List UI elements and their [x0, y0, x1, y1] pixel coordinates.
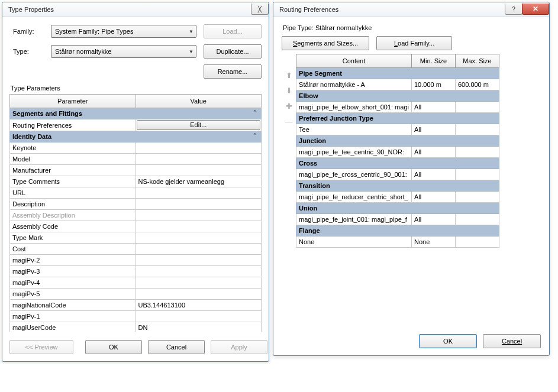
param-cell[interactable]: Description [10, 199, 136, 210]
param-cell[interactable]: magiNationalCode [10, 300, 136, 311]
group-header[interactable]: Pipe Segment [296, 68, 499, 79]
segments-sizes-button[interactable]: Segments and Sizes... [282, 36, 369, 50]
close-icon[interactable]: ✕ [522, 4, 549, 15]
min-size-cell[interactable]: All [411, 169, 455, 180]
param-cell[interactable]: magiPv-3 [10, 266, 136, 277]
table-row[interactable]: magiPv-2 [10, 255, 262, 266]
content-cell[interactable]: magi_pipe_fe_reducer_centric_short_ [296, 192, 412, 203]
param-cell[interactable]: magiPv-4 [10, 277, 136, 289]
rp-titlebar[interactable]: Routing Preferences ? ✕ [273, 2, 549, 17]
table-row[interactable]: magiPv-1 [10, 311, 262, 322]
value-cell[interactable] [136, 232, 262, 244]
cancel-button[interactable]: Cancel [148, 340, 205, 354]
table-row[interactable]: Cost [10, 244, 262, 255]
type-combo[interactable]: Stålrør normaltykke ▼ [51, 45, 196, 58]
help-icon[interactable]: ? [505, 4, 522, 15]
col-content[interactable]: Content [296, 54, 412, 68]
group-header[interactable]: Union [296, 203, 499, 214]
content-cell[interactable]: magi_pipe_fe_tee_centric_90_NOR: [296, 147, 412, 158]
min-size-cell[interactable]: None [411, 237, 455, 248]
table-row[interactable]: magi_pipe_fe_joint_001: magi_pipe_fAll [296, 214, 499, 225]
param-cell[interactable]: Model [10, 154, 136, 165]
value-cell[interactable] [136, 142, 262, 154]
table-row[interactable]: NoneNone [296, 237, 499, 248]
type-parameters-grid[interactable]: Parameter Value Segments and Fittings⌃Ro… [9, 94, 262, 332]
table-row[interactable]: URL [10, 187, 262, 199]
min-size-cell[interactable]: All [411, 102, 455, 113]
table-row[interactable]: magiPv-5 [10, 289, 262, 300]
value-cell[interactable] [136, 187, 262, 199]
value-cell[interactable] [136, 165, 262, 176]
table-row[interactable]: Keynote [10, 142, 262, 154]
table-row[interactable]: Stålrør normaltykke - A10.000 m600.000 m [296, 79, 499, 90]
min-size-cell[interactable]: All [411, 214, 455, 225]
add-icon[interactable]: ✚ [284, 101, 293, 111]
group-header[interactable]: Cross [296, 158, 499, 169]
value-cell[interactable]: UB3.144613100 [136, 300, 262, 311]
table-row[interactable]: magiPv-4 [10, 277, 262, 289]
param-cell[interactable]: Routing Preferences [10, 119, 136, 131]
value-cell[interactable] [136, 289, 262, 300]
routing-preferences-grid[interactable]: Content Min. Size Max. Size Pipe Segment… [296, 54, 499, 248]
preview-button[interactable]: << Preview [9, 340, 73, 354]
table-row[interactable]: magiNationalCodeUB3.144613100 [10, 300, 262, 311]
content-cell[interactable]: Tee [296, 124, 412, 135]
table-row[interactable]: Description [10, 199, 262, 210]
max-size-cell[interactable] [455, 214, 499, 225]
group-header[interactable]: Junction [296, 135, 499, 147]
min-size-cell[interactable]: All [411, 124, 455, 135]
max-size-cell[interactable] [455, 237, 499, 248]
load-family-button[interactable]: Load Family... [376, 36, 452, 50]
table-row[interactable]: Manufacturer [10, 165, 262, 176]
table-row[interactable]: magiUserCodeDN [10, 322, 262, 332]
table-row[interactable]: Type Mark [10, 232, 262, 244]
max-size-cell[interactable] [455, 147, 499, 158]
param-cell[interactable]: Manufacturer [10, 165, 136, 176]
value-cell[interactable] [136, 221, 262, 232]
cancel-button[interactable]: Cancel [483, 334, 541, 348]
tp-titlebar[interactable]: Type Properties ╳ [2, 2, 269, 17]
table-row[interactable]: magi_pipe_fe_cross_centric_90_001:All [296, 169, 499, 180]
table-row[interactable]: Model [10, 154, 262, 165]
rename-button[interactable]: Rename... [204, 64, 262, 79]
value-cell[interactable] [136, 199, 262, 210]
table-row[interactable]: magi_pipe_fe_reducer_centric_short_All [296, 192, 499, 203]
edit-button[interactable]: Edit... [137, 120, 261, 130]
group-header[interactable]: Segments and Fittings⌃ [10, 108, 262, 119]
param-cell[interactable]: Cost [10, 244, 136, 255]
table-row[interactable]: TeeAll [296, 124, 499, 135]
col-parameter[interactable]: Parameter [10, 95, 136, 108]
value-cell[interactable] [136, 311, 262, 322]
value-cell[interactable] [136, 277, 262, 289]
family-combo[interactable]: System Family: Pipe Types ▼ [51, 25, 196, 38]
group-header[interactable]: Elbow [296, 90, 499, 102]
move-down-icon[interactable]: ⬇ [284, 86, 293, 95]
param-cell[interactable]: URL [10, 187, 136, 199]
table-row[interactable]: magiPv-3 [10, 266, 262, 277]
max-size-cell[interactable] [455, 169, 499, 180]
value-cell[interactable] [136, 244, 262, 255]
min-size-cell[interactable]: 10.000 m [411, 79, 455, 90]
param-cell[interactable]: Type Mark [10, 232, 136, 244]
table-row[interactable]: magi_pipe_fe_elbow_short_001: magiAll [296, 102, 499, 113]
group-header[interactable]: Identity Data⌃ [10, 131, 262, 142]
value-cell[interactable] [136, 154, 262, 165]
ok-button[interactable]: OK [85, 340, 142, 354]
collapse-icon[interactable]: ⌃ [253, 109, 257, 115]
col-min-size[interactable]: Min. Size [411, 54, 455, 68]
max-size-cell[interactable]: 600.000 m [455, 79, 499, 90]
content-cell[interactable]: magi_pipe_fe_elbow_short_001: magi [296, 102, 412, 113]
param-cell[interactable]: Assembly Description [10, 210, 136, 221]
content-cell[interactable]: magi_pipe_fe_cross_centric_90_001: [296, 169, 412, 180]
param-cell[interactable]: magiPv-5 [10, 289, 136, 300]
duplicate-button[interactable]: Duplicate... [204, 44, 262, 59]
max-size-cell[interactable] [455, 192, 499, 203]
param-cell[interactable]: magiPv-2 [10, 255, 136, 266]
table-row[interactable]: magi_pipe_fe_tee_centric_90_NOR:All [296, 147, 499, 158]
group-header[interactable]: Preferred Junction Type [296, 113, 499, 124]
col-value[interactable]: Value [136, 95, 262, 108]
param-cell[interactable]: magiUserCode [10, 322, 136, 332]
group-header[interactable]: Flange [296, 225, 499, 237]
max-size-cell[interactable] [455, 102, 499, 113]
value-cell[interactable] [136, 255, 262, 266]
